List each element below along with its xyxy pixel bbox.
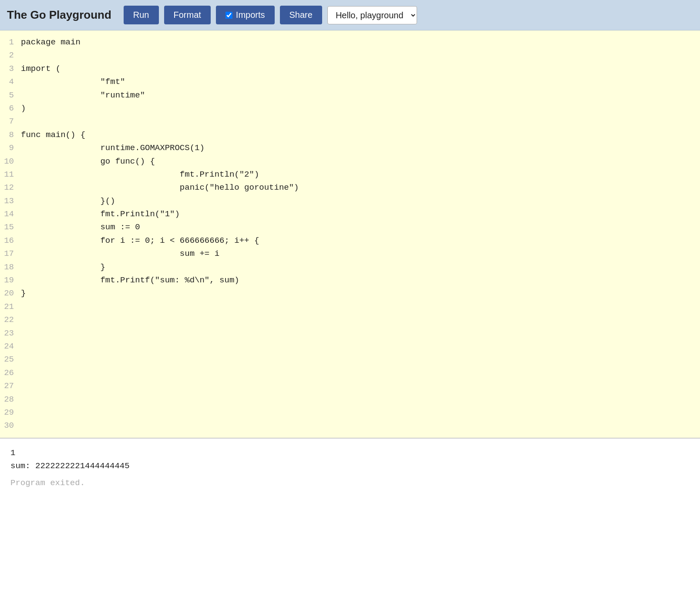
line-number: 4 bbox=[3, 75, 21, 88]
line-number: 18 bbox=[3, 261, 21, 274]
code-line: 30 bbox=[0, 419, 700, 432]
line-number: 17 bbox=[3, 247, 21, 260]
code-line: 11 fmt.Println("2") bbox=[0, 168, 700, 181]
line-number: 14 bbox=[3, 208, 21, 221]
line-code: "fmt" bbox=[21, 75, 125, 88]
line-number: 22 bbox=[3, 313, 21, 326]
code-line: 29 bbox=[0, 406, 700, 419]
line-code: fmt.Printf("sum: %d\n", sum) bbox=[21, 274, 239, 287]
line-code: go func() { bbox=[21, 155, 155, 168]
line-number: 11 bbox=[3, 168, 21, 181]
code-line: 18 } bbox=[0, 261, 700, 274]
code-line: 4 "fmt" bbox=[0, 75, 700, 88]
line-code: sum := 0 bbox=[21, 221, 140, 234]
line-number: 8 bbox=[3, 128, 21, 141]
code-line: 24 bbox=[0, 340, 700, 353]
format-button[interactable]: Format bbox=[164, 6, 211, 24]
line-code: panic("hello goroutine") bbox=[21, 181, 299, 194]
code-line: 2 bbox=[0, 49, 700, 62]
line-number: 29 bbox=[3, 406, 21, 419]
header: The Go Playground Run Format Imports Sha… bbox=[0, 0, 700, 30]
line-number: 13 bbox=[3, 194, 21, 208]
line-number: 2 bbox=[3, 49, 21, 62]
line-code: sum += i bbox=[21, 247, 219, 260]
line-code: } bbox=[21, 287, 26, 300]
line-number: 23 bbox=[3, 327, 21, 340]
line-number: 19 bbox=[3, 274, 21, 287]
code-line: 7 bbox=[0, 115, 700, 128]
line-number: 15 bbox=[3, 221, 21, 234]
line-code: "runtime" bbox=[21, 89, 145, 102]
line-number: 7 bbox=[3, 115, 21, 128]
line-number: 5 bbox=[3, 89, 21, 102]
line-number: 6 bbox=[3, 102, 21, 115]
share-button[interactable]: Share bbox=[280, 6, 322, 24]
example-select[interactable]: Hello, playground Fibonacci closure Goro… bbox=[327, 6, 417, 24]
code-line: 15 sum := 0 bbox=[0, 221, 700, 234]
code-line: 13 }() bbox=[0, 194, 700, 208]
line-number: 10 bbox=[3, 155, 21, 168]
line-number: 25 bbox=[3, 353, 21, 366]
line-number: 16 bbox=[3, 234, 21, 247]
line-number: 24 bbox=[3, 340, 21, 353]
code-line: 19 fmt.Printf("sum: %d\n", sum) bbox=[0, 274, 700, 287]
line-code: for i := 0; i < 666666666; i++ { bbox=[21, 234, 259, 247]
line-code: ) bbox=[21, 102, 26, 115]
code-line: 28 bbox=[0, 393, 700, 406]
line-number: 30 bbox=[3, 419, 21, 432]
line-code: } bbox=[21, 261, 105, 274]
line-number: 1 bbox=[3, 36, 21, 49]
code-line: 5 "runtime" bbox=[0, 89, 700, 102]
code-line: 22 bbox=[0, 313, 700, 326]
code-line: 17 sum += i bbox=[0, 247, 700, 260]
code-line: 10 go func() { bbox=[0, 155, 700, 168]
code-line: 20} bbox=[0, 287, 700, 300]
output-area: 1sum: 2222222221444444445Program exited. bbox=[0, 438, 700, 507]
code-editor[interactable]: 1package main23import (4 "fmt"5 "runtime… bbox=[0, 30, 700, 438]
run-button[interactable]: Run bbox=[124, 6, 159, 24]
line-code: package main bbox=[21, 36, 81, 49]
line-number: 26 bbox=[3, 366, 21, 379]
code-line: 21 bbox=[0, 300, 700, 313]
line-code: }() bbox=[21, 194, 115, 208]
line-code: import ( bbox=[21, 62, 61, 75]
line-number: 27 bbox=[3, 379, 21, 392]
line-number: 3 bbox=[3, 62, 21, 75]
line-code: fmt.Println("1") bbox=[21, 208, 180, 221]
imports-label: Imports bbox=[236, 10, 265, 20]
line-code: fmt.Println("2") bbox=[21, 168, 259, 181]
code-line: 26 bbox=[0, 366, 700, 379]
line-number: 12 bbox=[3, 181, 21, 194]
code-line: 9 runtime.GOMAXPROCS(1) bbox=[0, 141, 700, 154]
app-title: The Go Playground bbox=[7, 8, 111, 22]
line-code: runtime.GOMAXPROCS(1) bbox=[21, 141, 205, 154]
code-line: 14 fmt.Println("1") bbox=[0, 208, 700, 221]
line-number: 28 bbox=[3, 393, 21, 406]
code-line: 23 bbox=[0, 327, 700, 340]
code-line: 3import ( bbox=[0, 62, 700, 75]
imports-button[interactable]: Imports bbox=[216, 6, 275, 24]
output-line: 1 bbox=[10, 446, 690, 459]
output-line: sum: 2222222221444444445 bbox=[10, 459, 690, 473]
code-line: 16 for i := 0; i < 666666666; i++ { bbox=[0, 234, 700, 247]
line-number: 20 bbox=[3, 287, 21, 300]
code-line: 8func main() { bbox=[0, 128, 700, 141]
line-code: func main() { bbox=[21, 128, 85, 141]
line-number: 9 bbox=[3, 141, 21, 154]
code-line: 12 panic("hello goroutine") bbox=[0, 181, 700, 194]
output-exit-message: Program exited. bbox=[10, 478, 690, 488]
code-line: 25 bbox=[0, 353, 700, 366]
imports-checkbox[interactable] bbox=[225, 12, 232, 19]
code-line: 6) bbox=[0, 102, 700, 115]
line-number: 21 bbox=[3, 300, 21, 313]
code-line: 1package main bbox=[0, 36, 700, 49]
code-line: 27 bbox=[0, 379, 700, 392]
